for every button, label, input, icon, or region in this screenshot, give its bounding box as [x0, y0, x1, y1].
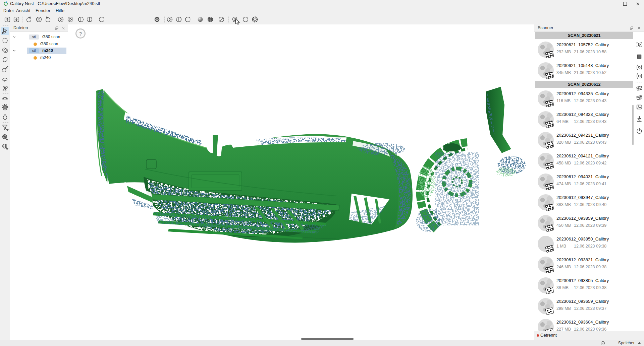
- wireframe-view-button[interactable]: [206, 15, 215, 24]
- scan-name: 20230612_093947_Calibry: [556, 195, 609, 200]
- scan-item[interactable]: 20230612_093947_Calibry 383 MB12.06.2023…: [534, 192, 634, 213]
- scan-item[interactable]: 20230612_093805_Calibry 38 MB12.06.2023 …: [534, 275, 634, 296]
- markers-sheet-button[interactable]: [635, 93, 643, 101]
- files-float-button[interactable]: [54, 25, 59, 31]
- filter-tool-button[interactable]: [1, 123, 9, 131]
- scan-item[interactable]: 20230612_094031_Calibry 474 MB12.06.2023…: [534, 171, 634, 192]
- finalize-button[interactable]: [97, 15, 106, 24]
- menu-hilfe[interactable]: Hilfe: [54, 8, 66, 13]
- mesh-tool-button[interactable]: [1, 133, 9, 141]
- scan-item[interactable]: 20230612_093659_Calibry 298 MB12.06.2023…: [534, 296, 634, 317]
- menu-datei[interactable]: Datei: [2, 8, 15, 13]
- shaded-view-button[interactable]: [196, 15, 205, 24]
- sphere-target-button[interactable]: [241, 15, 250, 24]
- tree-label: m240: [42, 48, 53, 53]
- bridge-tool-button[interactable]: [1, 94, 9, 102]
- undo-button[interactable]: [24, 15, 33, 24]
- menu-ansicht[interactable]: Ansicht: [15, 8, 32, 13]
- scanner-tool-button[interactable]: [230, 15, 239, 24]
- status-dot-icon: [537, 334, 539, 337]
- scan-name: 20230612_094031_Calibry: [556, 174, 609, 179]
- scan-item[interactable]: 20230612_094231_Calibry 320 MB12.06.2023…: [534, 130, 634, 150]
- lasso-tool-button[interactable]: [1, 75, 9, 83]
- app-logo-icon: [3, 1, 8, 6]
- scanner-float-button[interactable]: [629, 25, 634, 31]
- process-half-button[interactable]: [174, 15, 183, 24]
- scan-meta: 292 MB21.06.2023 10:58: [556, 50, 606, 54]
- memory-check-icon: [600, 341, 605, 346]
- download-button[interactable]: [635, 115, 643, 123]
- connection-status-label: Getrennt: [540, 333, 557, 338]
- scan-item[interactable]: 20230612_093850_Calibry 1 MB12.06.2023 0…: [534, 233, 634, 254]
- tree-row-m240-stl[interactable]: stl m240: [10, 48, 68, 54]
- process-play-button[interactable]: [165, 15, 174, 24]
- scan-settings-button[interactable]: [153, 15, 161, 24]
- globe-tool-button[interactable]: [1, 142, 9, 150]
- polygon-select-tool-button[interactable]: [1, 56, 9, 64]
- tree-row-g80-cloud[interactable]: G80 scan: [10, 41, 68, 48]
- main-toolbar: Calibry Human: [0, 14, 644, 25]
- scan-item[interactable]: 20230621_105148_Calibry 345 MB21.06.2023…: [534, 60, 634, 81]
- viewport-3d[interactable]: ?: [68, 24, 534, 342]
- stop-button[interactable]: [635, 53, 643, 61]
- scan-item[interactable]: 20230612_094335_Calibry 116 MB12.06.2023…: [534, 88, 634, 109]
- scan-item[interactable]: 20230612_094323_Calibry 64 MB12.06.2023 …: [534, 109, 634, 130]
- sphere-mode-left-button[interactable]: [76, 15, 85, 24]
- clipping-button[interactable]: [217, 15, 226, 24]
- sphere-mode-right-button[interactable]: [85, 15, 94, 24]
- orange-dot-icon: [34, 43, 37, 46]
- target-hollow-button[interactable]: [635, 63, 643, 71]
- registration-button[interactable]: [251, 15, 259, 24]
- files-close-button[interactable]: [61, 25, 66, 31]
- pointer-tool-button[interactable]: [1, 27, 9, 35]
- scan-name: 20230612_093659_Calibry: [556, 299, 609, 304]
- process-final-button[interactable]: [183, 15, 192, 24]
- scan-meta: 345 MB21.06.2023 10:52: [556, 70, 606, 75]
- scan-item[interactable]: 20230612_093821_Calibry 246 MB12.06.2023…: [534, 254, 634, 275]
- scan-name: 20230612_093859_Calibry: [556, 216, 609, 221]
- menu-fenster[interactable]: Fenster: [34, 8, 52, 13]
- scan-meta: 320 MB12.06.2023 09:43: [556, 140, 606, 145]
- minimize-button[interactable]: [606, 0, 618, 7]
- scan-name: 20230612_093604_Calibry: [556, 320, 609, 325]
- scanner-close-button[interactable]: [636, 25, 642, 31]
- scan-item[interactable]: 20230612_093859_Calibry 450 MB12.06.2023…: [534, 213, 634, 233]
- circle-select-tool-button[interactable]: [1, 37, 9, 45]
- cut-tool-button[interactable]: [1, 84, 9, 92]
- import-button[interactable]: [3, 15, 12, 24]
- tree-label: G80 scan: [40, 42, 58, 46]
- fit-view-button[interactable]: [635, 41, 643, 49]
- power-button[interactable]: [635, 127, 643, 135]
- export-button[interactable]: [12, 15, 21, 24]
- fill-holes-tool-button[interactable]: [1, 103, 9, 111]
- chevron-down-icon: [12, 35, 16, 39]
- smooth-tool-button[interactable]: [1, 113, 9, 121]
- tree-row-g80-stl[interactable]: stl G80 scan: [10, 34, 68, 41]
- photo-button[interactable]: [635, 103, 643, 111]
- grid-badge-icon: [545, 141, 554, 149]
- brush-select-tool-button[interactable]: [1, 46, 9, 54]
- resume-scan-button[interactable]: [66, 15, 75, 24]
- start-scan-button[interactable]: [56, 15, 65, 24]
- caret-up-icon[interactable]: [638, 342, 641, 344]
- scan-item[interactable]: 20230612_094121_Calibry 458 MB12.06.2023…: [534, 150, 634, 171]
- memory-label[interactable]: Speicher: [618, 341, 635, 345]
- tree-row-m240-cloud[interactable]: m240: [10, 55, 68, 61]
- scan-list-scrollbar[interactable]: [632, 105, 634, 145]
- scan-item[interactable]: 20230612_093604_Calibry 227 MB12.06.2023…: [534, 317, 634, 331]
- grid-badge-icon: [545, 245, 554, 253]
- maximize-button[interactable]: [619, 0, 631, 7]
- scan-section-header: SCAN_20230621: [535, 32, 633, 39]
- close-button[interactable]: [632, 0, 643, 7]
- bumper-scan-mesh: [68, 24, 534, 342]
- texture-grid-button[interactable]: [635, 84, 643, 92]
- redo-button[interactable]: [44, 15, 52, 24]
- scan-meta: 474 MB12.06.2023 09:41: [556, 182, 606, 186]
- target-filled-button[interactable]: [635, 72, 643, 80]
- cancel-button[interactable]: [35, 15, 43, 24]
- scan-meta: 38 MB12.06.2023 09:38: [556, 285, 606, 290]
- scan-item[interactable]: 20230621_105752_Calibry 292 MB21.06.2023…: [534, 39, 634, 60]
- title-bar: Calibry Nest - C:\Users\Flow\Desktop\m24…: [0, 0, 644, 7]
- help-icon[interactable]: ?: [75, 28, 86, 39]
- magic-wand-tool-button[interactable]: [1, 65, 9, 73]
